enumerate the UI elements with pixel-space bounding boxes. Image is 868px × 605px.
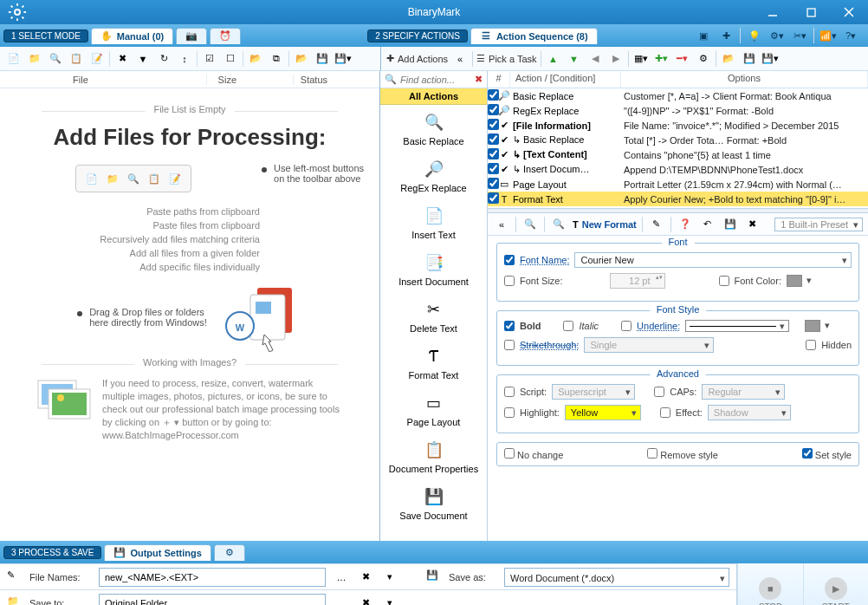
col-num[interactable]: #: [488, 71, 510, 88]
filenames-dd-icon[interactable]: ▾: [381, 569, 398, 586]
saveto-dd-icon[interactable]: ▾: [381, 595, 398, 606]
table-row[interactable]: TFormat TextApply Courier New; +Bold to …: [488, 192, 868, 206]
open-list-icon[interactable]: 📂: [293, 50, 310, 68]
all-actions-header[interactable]: All Actions: [380, 88, 487, 105]
saveto-browse-icon[interactable]: …: [333, 595, 350, 606]
palette-item[interactable]: 🔍Basic Replace: [380, 105, 487, 152]
find-action-input[interactable]: [400, 75, 471, 85]
strike-dropdown[interactable]: Single: [584, 337, 714, 353]
fontname-check[interactable]: [504, 255, 515, 265]
fontcolor-swatch[interactable]: [787, 275, 802, 287]
radio-set[interactable]: Set style: [802, 448, 852, 460]
highlight-dropdown[interactable]: Yellow: [565, 405, 641, 420]
saveto-clear-icon[interactable]: ✖: [357, 595, 374, 606]
add-icon[interactable]: ✚▾: [653, 50, 670, 68]
strike-label[interactable]: Strikethrough:: [520, 340, 579, 350]
tab-manual[interactable]: ✋ Manual (0): [91, 28, 173, 44]
save-opt-icon[interactable]: 💾: [722, 216, 739, 233]
table-row[interactable]: ✔[File Information]File Name: "invoice*.…: [488, 118, 868, 133]
fontname-label[interactable]: Font Name:: [520, 255, 569, 265]
maximize-button[interactable]: [792, 0, 830, 24]
add-folder-icon[interactable]: 📁: [26, 50, 43, 68]
stop-button[interactable]: ■ STOP: [737, 563, 803, 605]
table-row[interactable]: ✔↳ [Text Content]Contains "phone"{5} at …: [488, 147, 868, 162]
outdent-icon[interactable]: ◀: [586, 50, 604, 68]
minimize-button[interactable]: [754, 0, 792, 24]
tab-clock[interactable]: ⏰: [210, 28, 241, 44]
underline-label[interactable]: Underline:: [637, 321, 680, 331]
toggle-icon[interactable]: ▦▾: [632, 50, 650, 68]
zoom-icon[interactable]: 🔍: [521, 216, 539, 233]
remove-action-icon[interactable]: ━▾: [674, 50, 691, 68]
tab-output-gear[interactable]: ⚙: [214, 544, 245, 561]
filenames-browse-icon[interactable]: …: [333, 569, 350, 586]
add-actions-button[interactable]: ✚Add Actions: [386, 53, 448, 64]
effect-check[interactable]: [660, 407, 670, 418]
table-row[interactable]: ✔ ↳ Insert Docum…Append D:\TEMP\BDNN\Pho…: [488, 162, 868, 177]
settings-icon[interactable]: ⚙: [695, 50, 712, 68]
refresh-icon[interactable]: ↻: [155, 50, 172, 68]
radio-nochange[interactable]: No change: [504, 448, 563, 460]
col-action[interactable]: Action / [Condition]: [510, 71, 621, 88]
italic-check[interactable]: [563, 321, 573, 331]
move-down-icon[interactable]: ▼: [566, 50, 583, 68]
step3-badge[interactable]: 3 PROCESS & SAVE: [3, 546, 101, 559]
save-seq-icon[interactable]: 💾: [741, 50, 758, 68]
col-options[interactable]: Options: [621, 71, 868, 88]
strike-check[interactable]: [504, 340, 515, 350]
filter-icon[interactable]: ▼: [134, 50, 152, 68]
highlight-check[interactable]: [504, 407, 515, 418]
copy-icon[interactable]: ⧉: [268, 50, 285, 68]
underline-style-dropdown[interactable]: [685, 320, 789, 332]
palette-item[interactable]: 💾Save Document: [380, 479, 487, 526]
open-seq-icon[interactable]: 📂: [720, 50, 737, 68]
delete-opt-icon[interactable]: ✖: [744, 216, 761, 233]
save-list-icon[interactable]: 💾: [314, 50, 331, 68]
col-status[interactable]: Status: [294, 75, 379, 85]
check-all-icon[interactable]: ☑: [201, 50, 218, 68]
remove-icon[interactable]: ✖: [113, 50, 131, 68]
help-icon[interactable]: ❓: [677, 216, 694, 233]
zoom2-icon[interactable]: 🔍: [550, 216, 567, 233]
shield-icon[interactable]: ✚: [717, 27, 735, 44]
tab-output-settings[interactable]: 💾 Output Settings: [104, 544, 211, 561]
fontcolor-check[interactable]: [719, 276, 729, 286]
terminal-icon[interactable]: ▣: [695, 27, 712, 44]
gear-dd-icon[interactable]: ⚙▾: [768, 27, 786, 44]
start-button[interactable]: ▶ START: [803, 563, 869, 605]
hidden-check[interactable]: [806, 340, 816, 350]
table-row[interactable]: 🔎RegEx Replace"([4-9])NP" -> "PX$1" Form…: [488, 103, 868, 118]
bulb-icon[interactable]: 💡: [746, 27, 763, 44]
table-row[interactable]: 🔎Basic ReplaceCustomer [*, A=a] -> Clien…: [488, 88, 868, 103]
script-check[interactable]: [504, 387, 515, 397]
palette-item[interactable]: ✂Delete Text: [380, 292, 487, 339]
script-dropdown[interactable]: Superscript: [552, 384, 635, 400]
help-dd-icon[interactable]: ?▾: [842, 27, 859, 44]
paste-files-icon[interactable]: 📋: [68, 50, 85, 68]
palette-item[interactable]: 📄Insert Text: [380, 198, 487, 245]
palette-item[interactable]: 📑Insert Document: [380, 245, 487, 292]
filenames-clear-icon[interactable]: ✖: [357, 569, 374, 586]
uncheck-all-icon[interactable]: ☐: [222, 50, 239, 68]
close-button[interactable]: [830, 0, 868, 24]
saveas-seq-icon[interactable]: 💾▾: [761, 50, 779, 68]
sort-icon[interactable]: ↕: [176, 50, 193, 68]
preset-dropdown[interactable]: 1 Built-in Preset: [774, 218, 863, 231]
col-file[interactable]: File: [0, 75, 207, 85]
step1-badge[interactable]: 1 SELECT MODE: [3, 29, 88, 42]
tools-dd-icon[interactable]: ✂▾: [791, 27, 808, 44]
saveas-list-icon[interactable]: 💾▾: [334, 50, 352, 68]
underline-color-swatch[interactable]: [805, 320, 820, 332]
palette-item[interactable]: ƬFormat Text: [380, 339, 487, 386]
action-grid[interactable]: 🔎Basic ReplaceCustomer [*, A=a] -> Clien…: [488, 88, 868, 208]
effect-dropdown[interactable]: Shadow: [708, 405, 791, 420]
fontsize-check[interactable]: [504, 276, 515, 286]
col-size[interactable]: Size: [207, 75, 294, 85]
tab-camera[interactable]: 📷: [176, 28, 207, 44]
palette-item[interactable]: 📋Document Properties: [380, 433, 487, 479]
fontsize-spinner[interactable]: 12 pt: [610, 273, 665, 289]
indent-icon[interactable]: ▶: [607, 50, 625, 68]
palette-item[interactable]: 🔎RegEx Replace: [380, 152, 487, 198]
caps-check[interactable]: [654, 387, 664, 397]
collapse-left-icon[interactable]: «: [451, 50, 469, 68]
